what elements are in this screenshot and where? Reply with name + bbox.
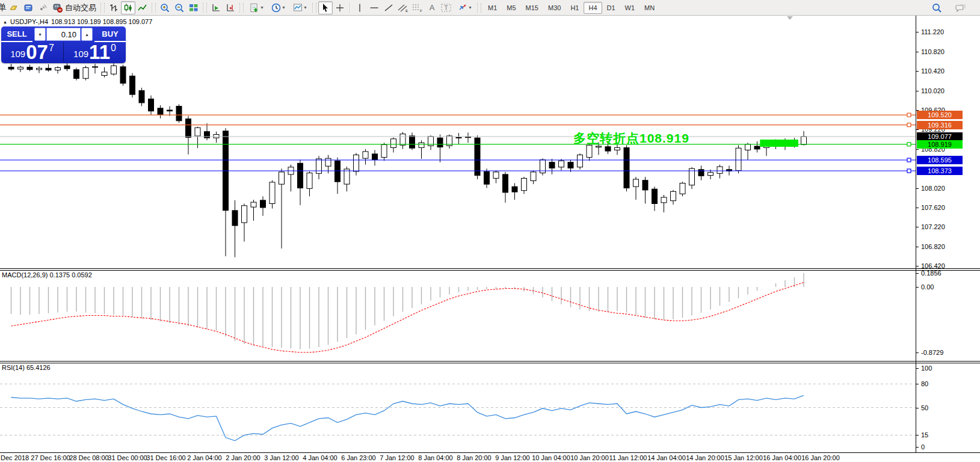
axis-tick-label: 110.020 [921, 87, 945, 94]
axis-tick [916, 227, 919, 227]
text-tool-icon[interactable]: A [425, 1, 439, 14]
pane-separator-macd[interactable] [0, 270, 980, 271]
tile-windows-icon[interactable] [186, 1, 201, 14]
timeframe-button-W1[interactable]: W1 [620, 2, 640, 14]
cursor-icon[interactable] [318, 1, 333, 14]
candle-body [325, 158, 331, 166]
level-handle[interactable] [907, 113, 911, 117]
gold-ingot-icon[interactable] [7, 1, 21, 14]
line-chart-mode-icon[interactable] [135, 1, 150, 14]
candle-body [260, 200, 266, 208]
data-window-icon[interactable] [21, 1, 35, 14]
vertical-line-tool-icon[interactable] [353, 1, 367, 14]
candle-body [55, 68, 61, 70]
timeframe-button-H4[interactable]: H4 [584, 2, 602, 14]
time-axis-label: 15 Jan 12:00 [724, 454, 763, 461]
level-handle[interactable] [907, 169, 911, 173]
pane-separator-rsi[interactable] [0, 363, 980, 363]
candle-body [549, 162, 555, 168]
candle-body [8, 67, 14, 69]
level-handle[interactable] [907, 158, 911, 162]
zoom-out-icon[interactable] [172, 1, 186, 14]
time-axis[interactable]: 7 Dec 201827 Dec 16:0028 Dec 08:0031 Dec… [0, 453, 916, 462]
candle-body [475, 138, 480, 175]
candle-body [93, 67, 98, 67]
comments-icon[interactable] [954, 1, 968, 14]
candle-body [531, 172, 536, 181]
level-handle[interactable] [907, 143, 911, 146]
candle-body [503, 174, 508, 192]
level-handle[interactable] [907, 123, 911, 127]
candle-body [46, 68, 51, 70]
sell-button[interactable]: SELL [1, 26, 32, 42]
volume-input[interactable]: 0.10 [46, 28, 81, 41]
candlestick-mode-icon[interactable] [121, 1, 135, 14]
candle-body [633, 179, 639, 186]
periods-icon[interactable]: ▾ [267, 1, 289, 14]
indicators-icon[interactable]: ▾ [245, 1, 267, 14]
candle-body [754, 146, 760, 149]
time-axis-label: 31 Dec 00:00 [108, 454, 147, 461]
time-axis-label: 31 Dec 16:00 [146, 454, 185, 461]
horizontal-line-tool-icon[interactable] [367, 1, 381, 14]
time-axis-label: 4 Jan 04:00 [303, 454, 337, 461]
axis-tick [916, 287, 919, 288]
timeframe-button-H1[interactable]: H1 [566, 2, 584, 14]
candle-body [83, 68, 88, 79]
chart-shift-icon[interactable] [223, 1, 238, 14]
timeframe-button-D1[interactable]: D1 [602, 2, 620, 14]
auto-scroll-icon[interactable] [209, 1, 223, 14]
autotrading-icon [52, 2, 63, 13]
pane-separator-rsi[interactable] [0, 361, 980, 362]
templates-icon[interactable]: ▾ [289, 1, 310, 14]
green-zone-rect [760, 140, 798, 147]
time-axis-label: 16 Jan 04:00 [763, 454, 801, 461]
toolbar-grip[interactable] [477, 3, 481, 13]
candle-body [316, 159, 322, 173]
toolbar-grip[interactable] [203, 3, 207, 13]
axis-tick [916, 149, 919, 150]
autotrading-button[interactable]: 自动交易 [50, 2, 99, 14]
buy-price-button[interactable]: 109 11 0 [64, 42, 126, 62]
timeframe-button-MN[interactable]: MN [639, 2, 659, 14]
time-axis-label: 10 Jan 20:00 [570, 454, 609, 461]
timeframe-button-M15[interactable]: M15 [521, 2, 543, 14]
toolbar-grip[interactable] [152, 3, 156, 13]
crosshair-icon[interactable] [333, 1, 347, 14]
candle-body [298, 163, 303, 188]
signal-icon[interactable] [35, 1, 50, 14]
new-order-partial-label[interactable]: 单 [0, 2, 7, 13]
price-level-badge: 108.373 [917, 167, 963, 175]
toolbar-grip[interactable] [312, 3, 316, 13]
timeframe-button-M30[interactable]: M30 [543, 2, 566, 14]
autotrading-label: 自动交易 [65, 2, 96, 13]
equidistant-channel-tool-icon[interactable]: E [396, 1, 410, 14]
trendline-tool-icon[interactable] [381, 1, 396, 14]
arrows-tool-icon[interactable]: ▾ [454, 1, 475, 14]
search-icon[interactable] [929, 1, 944, 14]
toolbar-grip[interactable] [100, 3, 105, 13]
bar-chart-mode-icon[interactable] [106, 1, 121, 14]
pane-separator-macd[interactable] [0, 268, 980, 269]
timeframe-button-M5[interactable]: M5 [502, 2, 520, 14]
timeframe-button-M1[interactable]: M1 [483, 2, 502, 14]
axis-tick-label: 100 [921, 365, 932, 372]
toolbar-grip[interactable] [239, 3, 244, 13]
timeframe-group: M1M5M15M30H1H4D1W1MN [483, 2, 659, 14]
sell-price-button[interactable]: 109 07 7 [1, 42, 64, 62]
price-axis[interactable]: 111.220110.820110.420110.020109.620109.2… [916, 15, 980, 453]
zoom-in-icon[interactable] [158, 1, 172, 14]
chart-canvas[interactable] [0, 0, 980, 462]
volume-increase-button[interactable]: ▴ [81, 28, 93, 41]
candle-body [456, 137, 461, 138]
axis-tick [916, 52, 919, 52]
axis-tick-label: 108.020 [921, 185, 945, 192]
buy-button[interactable]: BUY [94, 26, 126, 42]
fibonacci-tool-icon[interactable]: F [410, 1, 425, 14]
time-axis-label: 9 Jan 12:00 [495, 454, 530, 461]
sell-price-big: 07 [26, 44, 48, 61]
axis-tick [916, 71, 919, 72]
candle-body [615, 147, 620, 150]
volume-decrease-button[interactable]: ▾ [34, 28, 46, 41]
text-label-tool-icon[interactable]: T [439, 1, 454, 14]
